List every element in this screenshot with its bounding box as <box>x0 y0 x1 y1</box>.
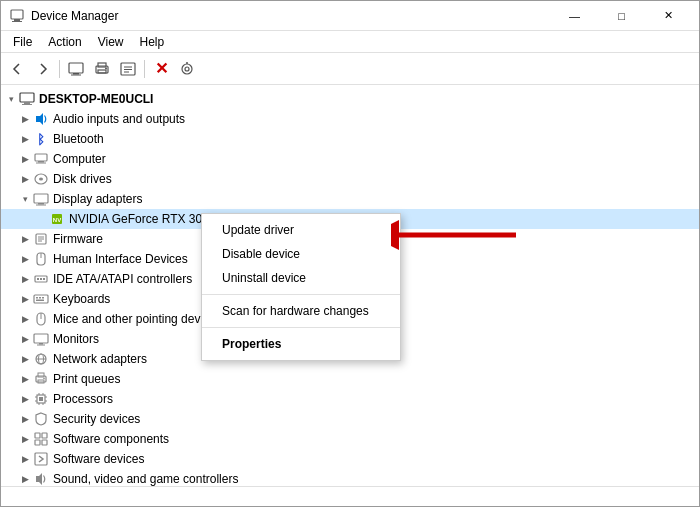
context-menu-update[interactable]: Update driver <box>202 218 400 242</box>
tree-item-disk[interactable]: ▶ Disk drives <box>1 169 699 189</box>
svg-rect-26 <box>34 194 48 203</box>
svg-rect-21 <box>35 154 47 161</box>
disk-icon <box>33 171 49 187</box>
expand-icon-display: ▾ <box>17 191 33 207</box>
svg-rect-39 <box>40 278 42 280</box>
tree-item-display[interactable]: ▾ Display adapters <box>1 189 699 209</box>
toolbar-sep-2 <box>144 60 145 78</box>
print-icon <box>33 371 49 387</box>
status-bar <box>1 486 699 506</box>
svg-rect-69 <box>42 433 47 438</box>
root-icon <box>19 91 35 107</box>
expand-icon-nvidia <box>33 211 49 227</box>
svg-rect-45 <box>36 300 44 302</box>
ide-icon <box>33 271 49 287</box>
bluetooth-label: Bluetooth <box>53 132 104 146</box>
sound-icon <box>33 471 49 486</box>
expand-icon-swdevices: ▶ <box>17 451 33 467</box>
menu-view[interactable]: View <box>90 33 132 51</box>
tree-root[interactable]: ▾ DESKTOP-ME0UCLI <box>1 89 699 109</box>
svg-rect-59 <box>39 397 43 401</box>
svg-rect-1 <box>14 19 20 21</box>
app-icon <box>9 8 25 24</box>
nvidia-icon: NV <box>49 211 65 227</box>
security-label: Security devices <box>53 412 140 426</box>
context-menu-disable[interactable]: Disable device <box>202 242 400 266</box>
print-label: Print queues <box>53 372 120 386</box>
toolbar-computer[interactable] <box>64 57 88 81</box>
svg-rect-28 <box>36 204 46 205</box>
toolbar-forward[interactable] <box>31 57 55 81</box>
content-area: ▾ DESKTOP-ME0UCLI ▶ <box>1 85 699 486</box>
svg-rect-40 <box>43 278 45 280</box>
toolbar-refresh[interactable] <box>175 57 199 81</box>
keyboards-label: Keyboards <box>53 292 110 306</box>
expand-icon-bluetooth: ▶ <box>17 131 33 147</box>
tree-item-swdevices[interactable]: ▶ Software devices <box>1 449 699 469</box>
context-menu-scan[interactable]: Scan for hardware changes <box>202 299 400 323</box>
svg-rect-17 <box>20 93 34 102</box>
tree-item-sound[interactable]: ▶ Sound, video and game controllers <box>1 469 699 486</box>
red-arrow <box>391 215 521 258</box>
svg-rect-2 <box>12 21 22 22</box>
maximize-button[interactable]: □ <box>599 5 644 27</box>
processors-label: Processors <box>53 392 113 406</box>
context-menu-uninstall[interactable]: Uninstall device <box>202 266 400 290</box>
toolbar-back[interactable] <box>5 57 29 81</box>
hid-icon <box>33 251 49 267</box>
root-label: DESKTOP-ME0UCLI <box>39 92 153 106</box>
firmware-label: Firmware <box>53 232 103 246</box>
audio-icon <box>33 111 49 127</box>
tree-item-swcomponents[interactable]: ▶ Software components <box>1 429 699 449</box>
toolbar-properties[interactable] <box>116 57 140 81</box>
svg-rect-5 <box>71 74 81 75</box>
svg-rect-72 <box>35 453 47 465</box>
tree-item-audio[interactable]: ▶ Audio inputs and outputs <box>1 109 699 129</box>
device-manager-window: Device Manager — □ ✕ File Action View He… <box>0 0 700 507</box>
svg-rect-22 <box>38 161 44 163</box>
nvidia-label: NVIDIA GeForce RTX 3080 <box>69 212 216 226</box>
ide-label: IDE ATA/ATAPI controllers <box>53 272 192 286</box>
audio-label: Audio inputs and outputs <box>53 112 185 126</box>
tree-item-bluetooth[interactable]: ▶ ᛒ Bluetooth <box>1 129 699 149</box>
mice-label: Mice and other pointing devic... <box>53 312 219 326</box>
swdevices-icon <box>33 451 49 467</box>
tree-item-security[interactable]: ▶ Security devices <box>1 409 699 429</box>
disk-label: Disk drives <box>53 172 112 186</box>
toolbar-printer[interactable] <box>90 57 114 81</box>
svg-rect-71 <box>42 440 47 445</box>
window-title: Device Manager <box>31 9 552 23</box>
expand-icon-root: ▾ <box>3 91 19 107</box>
expand-icon-monitors: ▶ <box>17 331 33 347</box>
svg-rect-42 <box>36 297 38 299</box>
tree-item-print[interactable]: ▶ Print queues <box>1 369 699 389</box>
expand-icon-ide: ▶ <box>17 271 33 287</box>
svg-rect-68 <box>35 433 40 438</box>
svg-point-14 <box>182 64 192 74</box>
toolbar: ✕ <box>1 53 699 85</box>
menu-file[interactable]: File <box>5 33 40 51</box>
minimize-button[interactable]: — <box>552 5 597 27</box>
toolbar-sep-1 <box>59 60 60 78</box>
svg-rect-27 <box>38 203 44 205</box>
close-button[interactable]: ✕ <box>646 5 691 27</box>
expand-icon-sound: ▶ <box>17 471 33 486</box>
expand-icon-hid: ▶ <box>17 251 33 267</box>
menu-action[interactable]: Action <box>40 33 89 51</box>
window-controls: — □ ✕ <box>552 5 691 27</box>
tree-item-computer[interactable]: ▶ Computer <box>1 149 699 169</box>
processors-icon <box>33 391 49 407</box>
context-menu-properties[interactable]: Properties <box>202 332 400 356</box>
display-icon <box>33 191 49 207</box>
context-menu-sep2 <box>202 327 400 328</box>
svg-rect-43 <box>39 297 41 299</box>
sound-label: Sound, video and game controllers <box>53 472 238 486</box>
menu-help[interactable]: Help <box>132 33 173 51</box>
svg-rect-49 <box>39 343 43 345</box>
tree-item-processors[interactable]: ▶ Processors <box>1 389 699 409</box>
svg-rect-18 <box>24 102 30 104</box>
swcomponents-icon <box>33 431 49 447</box>
swdevices-label: Software devices <box>53 452 144 466</box>
svg-rect-3 <box>69 63 83 73</box>
toolbar-scan[interactable]: ✕ <box>149 57 173 81</box>
